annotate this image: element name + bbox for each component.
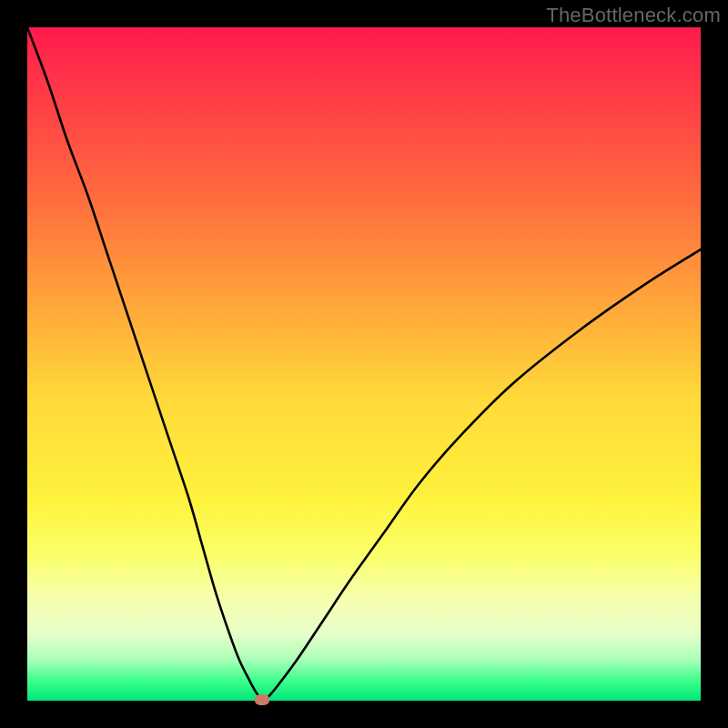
bottleneck-curve-path	[27, 27, 701, 700]
curve-svg	[27, 27, 701, 701]
optimal-point-marker	[255, 694, 269, 705]
watermark-text: TheBottleneck.com	[546, 4, 721, 27]
plot-area	[27, 27, 701, 701]
bottleneck-chart: TheBottleneck.com	[0, 0, 728, 728]
